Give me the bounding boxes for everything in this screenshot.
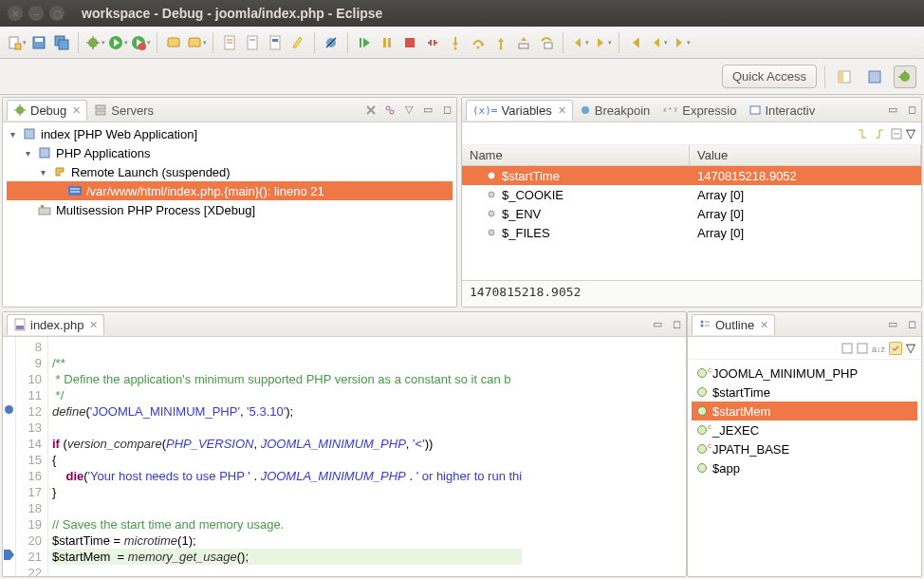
show-type-button[interactable] (857, 128, 870, 140)
doc-toolbar-button-3[interactable] (265, 32, 286, 53)
line-number[interactable]: 16 (18, 468, 42, 484)
nav-prev-button[interactable]: ▾ (569, 32, 590, 53)
outline-item[interactable]: $startMem (692, 402, 917, 420)
debug-tree[interactable]: ▾index [PHP Web Application]▾PHP Applica… (3, 122, 456, 307)
sort-button[interactable] (841, 343, 853, 354)
php-perspective-button[interactable] (863, 65, 886, 88)
code-line[interactable]: * Define the application's minimum suppo… (52, 371, 522, 387)
save-all-button[interactable] (51, 32, 72, 53)
line-number[interactable]: 13 (18, 420, 42, 436)
debug-tree-row[interactable]: ▾PHP Applications (7, 143, 453, 162)
column-value[interactable]: Value (690, 145, 921, 165)
variable-detail[interactable]: 1470815218.9052 (462, 280, 921, 307)
minimize-window-icon[interactable]: – (28, 6, 44, 21)
tab-breakpoints[interactable]: Breakpoin (573, 100, 657, 121)
minimize-view-button[interactable]: ▭ (884, 102, 901, 119)
maximize-view-button[interactable]: ◻ (903, 102, 920, 119)
run-button[interactable]: ▾ (107, 32, 128, 53)
debug-button[interactable]: ▾ (84, 32, 105, 53)
open-resource-button[interactable]: ▾ (186, 32, 207, 53)
minimize-view-button[interactable]: ▭ (649, 316, 666, 333)
marker-column[interactable] (3, 337, 16, 576)
line-number[interactable]: 20 (18, 532, 42, 549)
column-name[interactable]: Name (462, 145, 690, 165)
save-button[interactable] (28, 32, 49, 53)
tab-expressions[interactable]: ᵡ⁺ʸ Expressio (656, 100, 743, 121)
code-line[interactable]: $startTime = microtime(1); (52, 532, 522, 549)
code-area[interactable]: /** * Define the application's minimum s… (48, 337, 526, 576)
debug-tree-row[interactable]: /var/www/html/index.php.{main}(): lineno… (7, 181, 453, 200)
close-icon[interactable]: ✕ (72, 104, 81, 117)
disconnect-button[interactable] (422, 32, 443, 53)
az-sort-button[interactable]: a↓z (872, 341, 885, 355)
maximize-view-button[interactable]: ◻ (903, 316, 920, 333)
line-number[interactable]: 12 (18, 403, 42, 420)
code-line[interactable]: } (52, 484, 522, 500)
step-over-button[interactable] (468, 32, 489, 53)
skip-breakpoints-button[interactable] (321, 32, 342, 53)
code-line[interactable] (52, 500, 522, 516)
last-edit-button[interactable] (625, 32, 646, 53)
step-into-button[interactable] (445, 32, 466, 53)
code-line[interactable] (52, 420, 522, 436)
outline-item[interactable]: $app (692, 458, 917, 477)
code-line[interactable] (52, 565, 522, 576)
filter-button[interactable] (857, 343, 868, 354)
link-button[interactable] (381, 102, 398, 119)
code-line[interactable]: { (52, 452, 522, 468)
close-icon[interactable]: ✕ (89, 319, 98, 331)
minimize-view-button[interactable]: ▭ (884, 316, 901, 333)
outline-item[interactable]: JPATH_BASE (692, 439, 917, 458)
outline-item[interactable]: JOOMLA_MINIMUM_PHP (692, 364, 917, 383)
maximize-view-button[interactable]: ◻ (438, 102, 455, 119)
debug-perspective-button[interactable] (894, 65, 916, 88)
line-number[interactable]: 19 (18, 516, 42, 532)
variable-row[interactable]: $_ENVArray [0] (462, 204, 921, 223)
collapse-all-button[interactable] (891, 128, 902, 140)
resume-button[interactable] (354, 32, 375, 53)
view-menu-button[interactable]: ▽ (400, 102, 417, 119)
close-icon[interactable]: ✕ (558, 104, 566, 117)
outline-item[interactable]: _JEXEC (692, 420, 917, 439)
line-number[interactable]: 18 (18, 500, 42, 516)
line-number[interactable]: 8 (18, 339, 42, 355)
open-perspective-button[interactable] (833, 65, 856, 88)
tab-interactive[interactable]: Interactiv (743, 100, 822, 121)
editor-body[interactable]: 8910111213141516171819202122 /** * Defin… (3, 337, 686, 576)
debug-tree-row[interactable]: ▾Remote Launch (suspended) (7, 162, 453, 181)
doc-toolbar-button-2[interactable] (242, 32, 263, 53)
new-button[interactable]: ▾ (6, 32, 27, 53)
open-type-button[interactable] (163, 32, 184, 53)
line-number[interactable]: 10 (18, 371, 42, 387)
show-logical-button[interactable] (874, 128, 887, 140)
code-line[interactable]: define('JOOMLA_MINIMUM_PHP', '5.3.10'); (52, 403, 522, 420)
variable-row[interactable]: $_COOKIEArray [0] (462, 185, 921, 204)
line-number[interactable]: 22 (18, 565, 42, 576)
forward-button[interactable]: ▾ (671, 32, 692, 53)
code-line[interactable]: $startMem = memory_get_usage(); (52, 549, 522, 565)
line-number[interactable]: 17 (18, 484, 42, 500)
editor-tab[interactable]: index.php ✕ (7, 314, 104, 335)
quick-access-button[interactable]: Quick Access (722, 65, 817, 88)
code-line[interactable]: /** (52, 355, 522, 371)
line-number[interactable]: 15 (18, 452, 42, 468)
debug-tree-row[interactable]: ▾index [PHP Web Application] (7, 124, 453, 143)
variable-row[interactable]: $startTime1470815218.9052 (462, 166, 921, 185)
tab-debug[interactable]: Debug ✕ (7, 100, 87, 121)
code-line[interactable]: die('Your host needs to use PHP ' . JOOM… (52, 468, 522, 484)
code-line[interactable] (52, 339, 522, 355)
variable-row[interactable]: $_FILESArray [0] (462, 223, 921, 242)
line-number[interactable]: 9 (18, 355, 42, 371)
maximize-view-button[interactable]: ◻ (668, 316, 685, 333)
breakpoint-icon[interactable] (5, 405, 13, 414)
close-icon[interactable]: ✕ (760, 319, 768, 331)
use-step-filters-button[interactable] (536, 32, 557, 53)
line-number-gutter[interactable]: 8910111213141516171819202122 (16, 337, 48, 576)
code-line[interactable]: // Saves the start time and memory usage… (52, 516, 522, 532)
close-window-icon[interactable]: ✕ (8, 6, 23, 21)
back-button[interactable]: ▾ (648, 32, 669, 53)
view-menu-button[interactable]: ▽ (906, 126, 915, 140)
outline-list[interactable]: JOOMLA_MINIMUM_PHP$startTime$startMem_JE… (688, 360, 921, 481)
debug-tree-row[interactable]: Multisession PHP Process [XDebug] (7, 200, 453, 219)
minimize-view-button[interactable]: ▭ (419, 102, 436, 119)
